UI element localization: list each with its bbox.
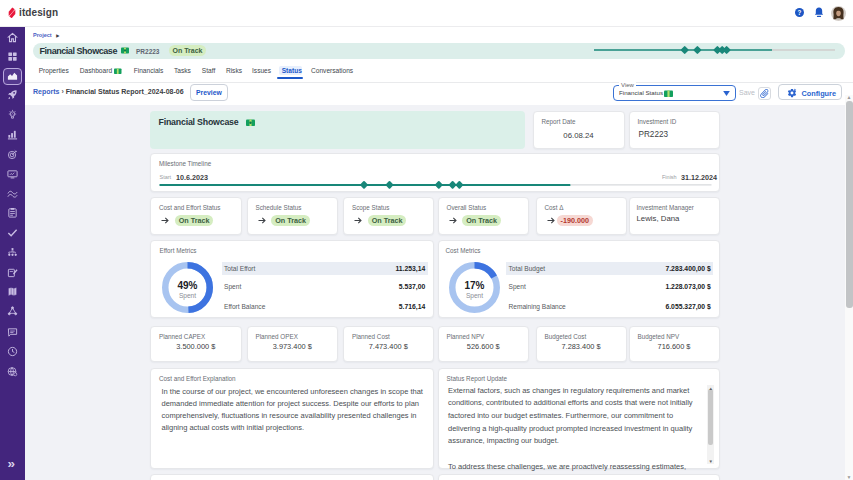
svg-text:49%: 49% <box>177 279 197 290</box>
svg-text:Spent: Spent <box>178 292 195 300</box>
svg-text:Spent: Spent <box>466 293 483 301</box>
svg-text:17%: 17% <box>464 280 484 291</box>
svg-text:?: ? <box>797 9 801 16</box>
